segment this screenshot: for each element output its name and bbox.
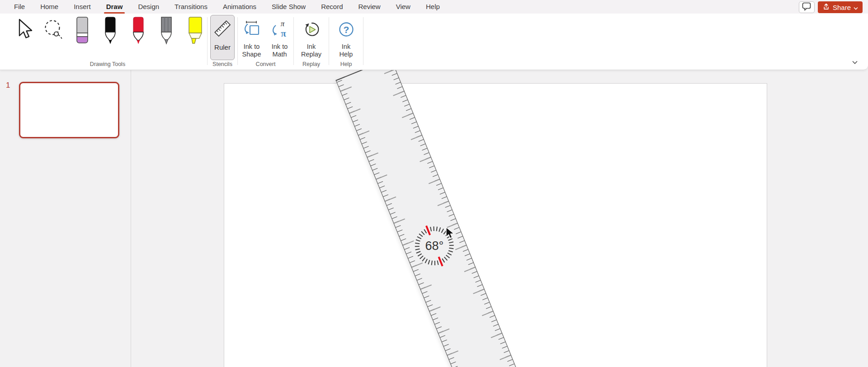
ink-replay-icon <box>301 19 322 42</box>
group-label-drawing-tools: Drawing Tools <box>8 61 207 67</box>
ruler-icon <box>213 19 232 40</box>
menu-help[interactable]: Help <box>418 0 448 14</box>
menu-animations[interactable]: Animations <box>215 0 264 14</box>
menu-bar: File Home Insert Draw Design Transitions… <box>0 0 868 14</box>
menu-review[interactable]: Review <box>351 0 388 14</box>
ribbon-draw-tab: Drawing Tools Ruler Stencils Ink toShape… <box>0 14 868 70</box>
group-drawing-tools: Drawing Tools <box>8 14 207 70</box>
menu-slide-show[interactable]: Slide Show <box>264 0 313 14</box>
pen-red-icon <box>129 38 147 46</box>
highlighter-yellow-icon <box>185 38 205 46</box>
slide-thumbnail-1[interactable] <box>19 82 119 138</box>
mouse-cursor-icon <box>445 227 455 242</box>
group-convert: Ink toShape ππ Ink toMath Convert <box>238 14 293 70</box>
menu-record[interactable]: Record <box>313 0 350 14</box>
group-label-help: Help <box>329 61 363 67</box>
menu-home[interactable]: Home <box>33 0 66 14</box>
ink-to-math-button[interactable]: ππ Ink toMath <box>266 17 293 58</box>
ink-help-button[interactable]: ? InkHelp <box>333 17 360 58</box>
ink-replay-button[interactable]: InkReplay <box>298 17 325 58</box>
lasso-select-tool-button[interactable] <box>43 16 63 47</box>
ruler-button-label: Ruler <box>214 43 231 51</box>
comments-button[interactable] <box>799 1 815 13</box>
pencil-gray-tool-button[interactable] <box>157 16 175 47</box>
comment-bubble-icon <box>802 2 811 13</box>
menu-draw[interactable]: Draw <box>99 0 131 14</box>
svg-text:π: π <box>281 28 286 39</box>
group-divider <box>363 17 363 65</box>
slide-number: 1 <box>6 81 10 90</box>
group-label-replay: Replay <box>294 61 329 67</box>
eraser-tool-button[interactable] <box>73 16 91 47</box>
highlighter-yellow-tool-button[interactable] <box>185 16 205 47</box>
group-stencils: Ruler Stencils <box>208 14 237 70</box>
share-button-label: Share <box>833 4 851 11</box>
pencil-gray-icon <box>157 38 175 46</box>
slide-thumbnail-panel: 1 <box>0 70 131 367</box>
select-tool-button[interactable] <box>14 16 33 47</box>
menu-insert[interactable]: Insert <box>66 0 99 14</box>
pen-black-icon <box>101 38 119 46</box>
eraser-icon <box>73 38 91 46</box>
collapse-ribbon-chevron-icon[interactable] <box>852 58 858 66</box>
pen-black-tool-button[interactable] <box>101 16 119 47</box>
group-label-stencils: Stencils <box>208 61 237 67</box>
menu-transitions[interactable]: Transitions <box>167 0 215 14</box>
svg-text:π: π <box>280 19 284 28</box>
menu-view[interactable]: View <box>388 0 418 14</box>
ruler-button[interactable]: Ruler <box>210 15 235 60</box>
ruler-angle-label: 68° <box>425 239 443 253</box>
share-button[interactable]: Share <box>818 1 863 13</box>
menu-file[interactable]: File <box>6 0 33 14</box>
share-chevron-down-icon <box>854 4 858 11</box>
ink-to-math-icon: ππ <box>269 19 290 42</box>
select-cursor-icon <box>14 38 33 46</box>
ink-to-shape-icon <box>241 19 263 42</box>
share-icon <box>822 3 830 12</box>
lasso-select-icon <box>43 38 63 46</box>
group-label-convert: Convert <box>238 61 293 67</box>
group-replay: InkReplay Replay <box>294 14 329 70</box>
group-help: ? InkHelp Help <box>329 14 363 70</box>
editing-canvas <box>131 70 868 367</box>
menu-design[interactable]: Design <box>130 0 167 14</box>
svg-text:?: ? <box>343 24 349 35</box>
ink-help-icon: ? <box>336 19 357 42</box>
pen-red-tool-button[interactable] <box>129 16 147 47</box>
ink-to-shape-button[interactable]: Ink toShape <box>238 17 265 58</box>
